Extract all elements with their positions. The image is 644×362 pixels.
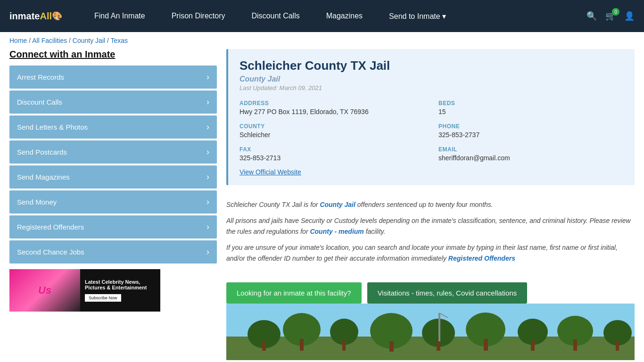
sidebar-item-second-chance-jobs[interactable]: Second Chance Jobs › [9, 240, 217, 263]
svg-rect-17 [573, 339, 577, 351]
facility-updated: Last Updated: March 09, 2021 [239, 84, 623, 91]
nav-magazines[interactable]: Magazines [313, 12, 376, 20]
desc-para-3: If you are unsure of your inmate's locat… [226, 242, 635, 263]
chevron-right-icon: › [206, 72, 209, 82]
svg-rect-3 [262, 341, 266, 351]
nav-send-to-inmate[interactable]: Send to Inmate ▾ [376, 12, 459, 21]
desc-para-2: All prisons and jails have Security or C… [226, 215, 635, 237]
nav-find-inmate[interactable]: Find An Inmate [81, 12, 158, 20]
ad-subscribe-button[interactable]: Subscribe Now [85, 294, 121, 302]
sidebar: Connect with an Inmate Arrest Records › … [9, 49, 217, 360]
address-group: ADDRESS Hwy 277 PO Box 1119, Eldorado, T… [239, 100, 424, 115]
breadcrumb-home[interactable]: Home [9, 37, 27, 44]
cart-icon[interactable]: 🛒 0 [605, 11, 616, 21]
address-value: Hwy 277 PO Box 1119, Eldorado, TX 76936 [239, 108, 369, 115]
svg-rect-20 [438, 313, 440, 341]
facility-type: County Jail [239, 75, 623, 83]
facility-card: Schleicher County TX Jail County Jail La… [226, 49, 635, 185]
ad-logo: Us [38, 284, 51, 296]
chevron-right-icon: › [206, 97, 209, 107]
sidebar-item-registered-offenders[interactable]: Registered Offenders › [9, 215, 217, 239]
chevron-right-icon: › [206, 197, 209, 207]
facility-details: ADDRESS Hwy 277 PO Box 1119, Eldorado, T… [239, 100, 623, 162]
search-icon[interactable]: 🔍 [586, 11, 597, 21]
breadcrumb-county-jail[interactable]: County Jail [73, 37, 105, 44]
sidebar-item-discount-calls[interactable]: Discount Calls › [9, 90, 217, 114]
email-label: EMAIL [438, 146, 623, 153]
nav-icons: 🔍 🛒 0 👤 [586, 11, 635, 21]
find-inmate-button[interactable]: Looking for an inmate at this facility? [226, 282, 362, 304]
nav-links: Find An Inmate Prison Directory Discount… [81, 12, 586, 21]
desc-para-1: Schleicher County TX Jail is for County … [226, 199, 635, 210]
sidebar-item-send-letters[interactable]: Send Letters & Photos › [9, 115, 217, 139]
facility-image-svg [226, 304, 635, 360]
chevron-right-icon: › [206, 147, 209, 157]
svg-rect-9 [389, 341, 394, 352]
breadcrumb-texas[interactable]: Texas [111, 37, 128, 44]
content-area: Schleicher County TX Jail County Jail La… [226, 49, 635, 360]
chevron-right-icon: › [206, 122, 209, 132]
svg-rect-15 [531, 340, 535, 351]
cart-badge: 0 [612, 8, 619, 16]
county-medium-link[interactable]: County - medium [310, 228, 363, 235]
ad-title: Latest Celebrity News, Pictures & Entert… [85, 279, 156, 290]
email-value: sheriffdoran@gmail.com [438, 154, 510, 162]
ad-image: Us [9, 269, 80, 312]
county-value: Schleicher [239, 131, 270, 139]
beds-value: 15 [438, 108, 446, 115]
chevron-right-icon: › [206, 247, 209, 257]
sidebar-item-send-money[interactable]: Send Money › [9, 190, 217, 214]
fax-value: 325-853-2713 [239, 154, 281, 162]
navigation: inmate All 🎨 Find An Inmate Prison Direc… [0, 0, 644, 32]
logo-highlight: All [40, 11, 52, 22]
county-jail-link[interactable]: County Jail [320, 201, 355, 208]
sidebar-item-send-postcards[interactable]: Send Postcards › [9, 140, 217, 164]
logo[interactable]: inmate All 🎨 [9, 11, 62, 22]
visitations-button[interactable]: Visitations - times, rules, Covid cancel… [367, 282, 528, 304]
beds-group: BEDS 15 [438, 100, 623, 115]
main-layout: Connect with an Inmate Arrest Records › … [0, 49, 644, 362]
official-website-link[interactable]: View Official Website [239, 168, 301, 176]
fax-label: FAX [239, 146, 424, 153]
user-icon[interactable]: 👤 [624, 11, 635, 21]
chevron-right-icon: › [206, 222, 209, 232]
breadcrumb: Home / All Facilities / County Jail / Te… [0, 32, 644, 49]
registered-offenders-link[interactable]: Registered Offenders [448, 255, 515, 262]
facility-title: Schleicher County TX Jail [239, 58, 623, 73]
fax-group: FAX 325-853-2713 [239, 146, 424, 162]
description: Schleicher County TX Jail is for County … [226, 195, 635, 274]
county-group: COUNTY Schleicher [239, 123, 424, 139]
nav-discount-calls[interactable]: Discount Calls [238, 12, 313, 20]
address-label: ADDRESS [239, 100, 424, 107]
facility-image [226, 304, 635, 360]
county-label: COUNTY [239, 123, 424, 130]
ad-text: Latest Celebrity News, Pictures & Entert… [80, 269, 160, 312]
phone-value: 325-853-2737 [438, 131, 479, 139]
phone-label: PHONE [438, 123, 623, 130]
sidebar-title: Connect with an Inmate [9, 49, 217, 60]
sidebar-item-send-magazines[interactable]: Send Magazines › [9, 165, 217, 189]
advertisement[interactable]: Us Latest Celebrity News, Pictures & Ent… [9, 269, 160, 312]
svg-rect-13 [484, 339, 488, 351]
svg-rect-7 [342, 340, 346, 351]
breadcrumb-all-facilities[interactable]: All Facilities [32, 37, 67, 44]
svg-rect-5 [300, 339, 304, 351]
phone-group: PHONE 325-853-2737 [438, 123, 623, 139]
action-buttons: Looking for an inmate at this facility? … [226, 282, 635, 304]
email-group: EMAIL sheriffdoran@gmail.com [438, 146, 623, 162]
sidebar-item-arrest-records[interactable]: Arrest Records › [9, 66, 217, 89]
beds-label: BEDS [438, 100, 623, 107]
svg-rect-11 [437, 340, 440, 351]
svg-rect-19 [616, 341, 619, 351]
logo-icon: 🎨 [52, 11, 62, 21]
nav-prison-directory[interactable]: Prison Directory [158, 12, 239, 20]
chevron-right-icon: › [206, 172, 209, 182]
